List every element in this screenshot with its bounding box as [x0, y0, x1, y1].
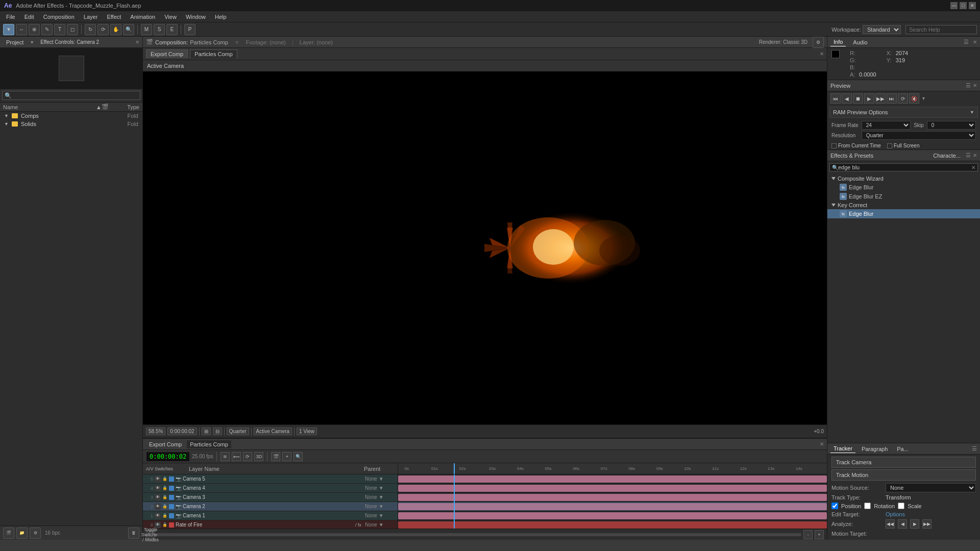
enable-frame-blending[interactable]: ⟵	[232, 452, 241, 461]
tool-move[interactable]: ↔	[16, 24, 27, 35]
tracker-tab[interactable]: Tracker	[830, 444, 855, 453]
zoom-level[interactable]: 58.5%	[146, 428, 165, 435]
frame-rate-select[interactable]: 24	[862, 121, 911, 130]
stop-button[interactable]: ⏹	[853, 93, 863, 104]
viewer-canvas[interactable]	[143, 71, 827, 424]
resolution-select[interactable]: Quarter	[862, 131, 976, 140]
effects-search-input[interactable]	[838, 164, 971, 170]
prev-frame-button[interactable]: ◀	[842, 93, 852, 104]
menu-composition[interactable]: Composition	[39, 13, 79, 21]
enable-draft-3d[interactable]: 3D	[254, 452, 263, 461]
enable-motion-blur[interactable]: ≋	[220, 452, 230, 461]
project-search-input[interactable]	[2, 91, 140, 100]
project-panel-close[interactable]: ✕	[135, 39, 139, 45]
layer-eye-toggle[interactable]: 👁	[155, 504, 161, 510]
switches-modes-toggle[interactable]: Toggle Switches / Modes	[146, 530, 155, 539]
workspace-select[interactable]: Standard	[863, 25, 901, 34]
layer-row[interactable]: 2 👁 🔒 📷 Camera 2 None ▼	[143, 502, 398, 511]
tool-pen[interactable]: ✎	[41, 24, 53, 35]
mute-button[interactable]: 🔇	[909, 93, 919, 104]
layer-eye-toggle[interactable]: 👁	[155, 494, 161, 500]
layer-lock[interactable]: 🔒	[162, 504, 167, 509]
effect-controls-tab[interactable]: Effect Controls: Camera 2	[37, 38, 102, 46]
tool-clone[interactable]: S	[154, 24, 165, 35]
close-button[interactable]: ✕	[969, 2, 976, 9]
effects-category[interactable]: Key Correct	[827, 201, 980, 209]
layer-eye-toggle[interactable]: 👁	[155, 476, 161, 482]
info-tab[interactable]: Info	[830, 38, 846, 46]
layer-eye-toggle[interactable]: 👁	[155, 485, 161, 491]
maximize-button[interactable]: □	[960, 2, 967, 9]
menu-window[interactable]: Window	[182, 13, 210, 21]
menu-edit[interactable]: Edit	[20, 13, 38, 21]
track-camera-button[interactable]: Track Camera	[831, 457, 976, 468]
play-button[interactable]: ▶	[864, 93, 874, 104]
new-comp-button[interactable]: 🎬	[3, 528, 14, 539]
preview-panel-menu[interactable]: ☰	[966, 82, 971, 89]
last-frame-button[interactable]: ⏭	[887, 93, 897, 104]
tl-zoom-in[interactable]: +	[815, 530, 824, 539]
export-comp-tab[interactable]: Export Comp	[146, 49, 188, 58]
full-screen-checkbox[interactable]: Full Screen	[887, 143, 920, 148]
layer-row[interactable]: 6 👁 🔒 Rate of Fire / fx None ▼	[143, 520, 398, 529]
tool-eraser[interactable]: E	[166, 24, 178, 35]
layer-lock[interactable]: 🔒	[162, 522, 167, 527]
preview-panel-close[interactable]: ✕	[973, 83, 977, 88]
tool-puppet[interactable]: P	[184, 24, 195, 35]
effects-item[interactable]: fx Edge Blur	[827, 209, 980, 218]
layer-row[interactable]: 4 👁 🔒 📷 Camera 4 None ▼	[143, 484, 398, 493]
menu-animation[interactable]: Animation	[126, 13, 159, 21]
scale-checkbox[interactable]	[898, 503, 904, 509]
layer-eye-toggle[interactable]: 👁	[155, 513, 161, 519]
list-item[interactable]: ▼ Comps Fold	[0, 112, 142, 120]
timeline-timecode[interactable]: 0:00:00:02	[146, 452, 190, 462]
layer-lock[interactable]: 🔒	[162, 477, 167, 481]
layer-row[interactable]: 3 👁 🔒 📷 Camera 3 None ▼	[143, 493, 398, 502]
next-frame-button[interactable]: ▶▶	[875, 93, 886, 104]
quality-select[interactable]: Quarter	[227, 428, 249, 435]
menu-layer[interactable]: Layer	[80, 13, 102, 21]
camera-select[interactable]: Active Camera	[254, 428, 292, 435]
layer-lock[interactable]: 🔒	[162, 513, 167, 518]
from-current-checkbox[interactable]: From Current Time	[831, 143, 881, 148]
effects-panel-menu[interactable]: ☰	[966, 152, 971, 159]
motion-source-select[interactable]: None	[886, 483, 976, 492]
project-panel-tab[interactable]: Project	[3, 38, 27, 46]
track-motion-button[interactable]: Track Motion	[831, 469, 976, 481]
timeline-track[interactable]: 0s 01s 02s 03s 04s 05s 06s 07s 08s 09s 1…	[398, 463, 827, 529]
layer-lock[interactable]: 🔒	[162, 495, 167, 499]
list-item[interactable]: ▼ Solids Fold	[0, 120, 142, 128]
viewer-close-icon[interactable]: ✕	[820, 51, 824, 57]
layer-row[interactable]: 1 👁 🔒 📷 Camera 1 None ▼	[143, 511, 398, 520]
new-folder-button[interactable]: 📁	[16, 528, 28, 539]
info-panel-close[interactable]: ✕	[973, 39, 977, 45]
new-layer-button[interactable]: +	[282, 452, 291, 461]
region-of-interest[interactable]: ⊞	[202, 428, 211, 435]
edit-target-options-button[interactable]: Options	[886, 511, 905, 517]
info-panel-menu[interactable]: ☰	[964, 39, 969, 45]
project-settings-button[interactable]: ⚙	[30, 528, 41, 539]
effects-search-clear[interactable]: ✕	[971, 165, 975, 170]
timecode-display[interactable]: 0:00:00:02	[167, 428, 197, 435]
tool-shape[interactable]: ◻	[67, 24, 78, 35]
effects-category[interactable]: Composite Wizard	[827, 174, 980, 183]
timeline-scrollbar[interactable]	[157, 533, 801, 536]
tool-select[interactable]: ▼	[3, 24, 14, 35]
analyze-prev[interactable]: ◀	[898, 519, 907, 529]
comp-settings-button[interactable]: ⚙	[813, 37, 824, 48]
tool-anchor[interactable]: ⊕	[29, 24, 40, 35]
effects-item[interactable]: fx Edge Blur	[827, 183, 980, 192]
analyze-prev-frame[interactable]: ◀◀	[886, 519, 895, 529]
effects-item[interactable]: fx Edge Blur EZ	[827, 192, 980, 201]
transparency-grid[interactable]: ⊟	[213, 428, 222, 435]
tl-search-button[interactable]: 🔍	[293, 452, 303, 461]
tool-camera-pan[interactable]: ✋	[110, 24, 121, 35]
particles-comp-tl-tab[interactable]: Particles Comp	[187, 440, 231, 448]
loop-button[interactable]: ⟳	[898, 93, 908, 104]
menu-effect[interactable]: Effect	[103, 13, 125, 21]
audio-tab[interactable]: Audio	[850, 38, 870, 46]
layer-row[interactable]: 5 👁 🔒 📷 Camera 5 None ▼	[143, 474, 398, 484]
character-tab[interactable]: Characte...	[930, 152, 964, 160]
skip-select[interactable]: 0	[927, 121, 976, 130]
search-help-input[interactable]	[905, 25, 977, 34]
